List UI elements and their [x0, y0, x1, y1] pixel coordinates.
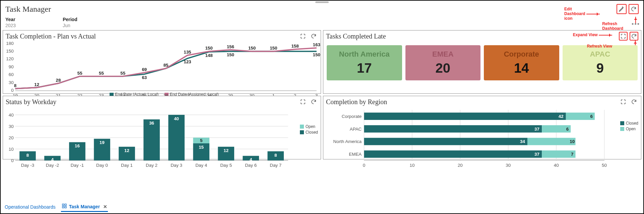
refresh-view-button[interactable] — [630, 32, 638, 41]
svg-text:10: 10 — [9, 147, 14, 152]
svg-text:EMEA: EMEA — [349, 152, 362, 157]
svg-text:0: 0 — [11, 158, 13, 163]
svg-text:7: 7 — [571, 152, 573, 157]
svg-text:North America: North America — [333, 139, 362, 144]
panel-title: Tasks Completed Late — [326, 32, 386, 40]
svg-text:12: 12 — [124, 148, 129, 153]
svg-rect-124 — [62, 204, 64, 206]
filter-period[interactable]: Period Jun — [63, 17, 77, 28]
card-corporate[interactable]: Corporate 14 — [484, 45, 559, 80]
svg-text:120: 120 — [6, 56, 13, 61]
svg-text:Day -1: Day -1 — [71, 163, 84, 168]
svg-rect-126 — [62, 206, 64, 208]
svg-text:8: 8 — [14, 83, 17, 88]
svg-text:163: 163 — [313, 42, 320, 47]
refresh-view-button[interactable] — [309, 97, 318, 106]
chart-legend: Closed Open — [620, 121, 638, 132]
svg-text:20: 20 — [458, 163, 463, 168]
svg-text:63: 63 — [142, 75, 147, 80]
refresh-dashboard-button[interactable] — [629, 4, 639, 14]
panel-tasks-late: Tasks Completed Late Expand View Refresh… — [323, 30, 641, 94]
card-emea[interactable]: EMEA 20 — [405, 45, 481, 80]
svg-text:60: 60 — [9, 72, 14, 77]
svg-text:6: 6 — [566, 127, 569, 132]
close-tab-button[interactable]: ✕ — [103, 204, 107, 209]
svg-text:55: 55 — [77, 71, 82, 76]
expand-view-button[interactable] — [299, 97, 307, 106]
expand-view-button[interactable] — [619, 97, 628, 106]
svg-text:12: 12 — [223, 148, 229, 153]
svg-rect-109 — [364, 125, 542, 133]
svg-text:Day 3: Day 3 — [171, 163, 182, 168]
svg-text:123: 123 — [184, 59, 191, 64]
svg-text:148: 148 — [205, 53, 213, 58]
svg-text:85: 85 — [164, 63, 169, 68]
expand-view-button[interactable] — [299, 32, 307, 41]
card-north-america[interactable]: North America 17 — [327, 45, 402, 80]
svg-text:150: 150 — [6, 49, 13, 54]
svg-text:4: 4 — [250, 157, 252, 162]
svg-text:42: 42 — [559, 114, 564, 119]
annotation-edit-dashboard: Edit Dashboard icon — [564, 7, 600, 21]
svg-text:Day 4: Day 4 — [195, 163, 207, 168]
panel-status-by-workday: Status by Workday 0102030408Day -34Day -… — [3, 96, 321, 159]
svg-text:15: 15 — [199, 145, 204, 150]
tab-operational-dashboards[interactable]: Operational Dashboards — [3, 203, 58, 211]
svg-text:Day 0: Day 0 — [96, 163, 108, 168]
svg-text:30: 30 — [506, 163, 511, 168]
refresh-view-button[interactable] — [309, 32, 318, 41]
svg-text:4: 4 — [51, 157, 54, 162]
svg-text:Corporate: Corporate — [342, 114, 362, 119]
svg-text:180: 180 — [6, 42, 13, 46]
svg-text:20: 20 — [9, 135, 14, 140]
svg-text:Day 5: Day 5 — [220, 163, 232, 168]
svg-text:12: 12 — [34, 82, 39, 87]
expand-view-button[interactable] — [619, 32, 628, 41]
svg-rect-104 — [364, 113, 566, 120]
svg-text:156: 156 — [227, 44, 234, 49]
refresh-view-button[interactable] — [630, 97, 638, 106]
svg-text:10: 10 — [570, 139, 575, 144]
svg-text:40: 40 — [554, 163, 559, 168]
svg-text:6: 6 — [590, 114, 592, 119]
svg-text:30: 30 — [9, 80, 14, 85]
panel-title: Completion by Region — [326, 98, 387, 106]
svg-text:37: 37 — [534, 127, 539, 132]
svg-rect-125 — [65, 204, 66, 206]
svg-text:158: 158 — [291, 44, 299, 49]
window-drag-handle[interactable] — [315, 1, 329, 3]
dashboard-icon — [62, 203, 67, 210]
svg-text:Day -2: Day -2 — [46, 163, 59, 168]
svg-text:55: 55 — [120, 71, 125, 76]
svg-rect-121 — [542, 150, 575, 158]
tab-task-manager[interactable]: Task Manager ✕ — [61, 202, 108, 212]
svg-rect-116 — [527, 138, 575, 145]
svg-text:0: 0 — [363, 163, 365, 168]
svg-text:Day 2: Day 2 — [146, 163, 157, 168]
svg-text:30: 30 — [9, 124, 14, 129]
filter-year[interactable]: Year 2023 — [5, 17, 16, 28]
svg-rect-127 — [65, 206, 66, 208]
svg-text:55: 55 — [99, 71, 104, 76]
svg-text:8: 8 — [274, 153, 277, 158]
annotation-expand-view: Expand View — [573, 32, 612, 37]
panel-title: Task Completion - Plan vs Actual — [6, 32, 96, 40]
svg-text:Day -3: Day -3 — [21, 163, 34, 168]
svg-text:28: 28 — [56, 78, 61, 83]
svg-text:19: 19 — [100, 140, 105, 145]
svg-text:150: 150 — [227, 52, 234, 57]
svg-text:Day 1: Day 1 — [121, 163, 133, 168]
pencil-icon — [619, 6, 625, 12]
edit-dashboard-button[interactable] — [617, 4, 627, 14]
svg-rect-114 — [364, 138, 528, 145]
svg-text:36: 36 — [149, 121, 154, 126]
annotation-refresh-view: Refresh View — [587, 44, 612, 49]
svg-text:69: 69 — [142, 67, 147, 72]
card-apac[interactable]: APAC 9 — [563, 45, 638, 80]
more-menu-button[interactable]: ••• — [632, 21, 640, 28]
panel-title: Status by Workday — [6, 98, 56, 106]
svg-text:40: 40 — [9, 113, 14, 118]
svg-text:16: 16 — [75, 143, 80, 148]
svg-text:150: 150 — [270, 46, 277, 51]
svg-text:34: 34 — [520, 139, 525, 144]
